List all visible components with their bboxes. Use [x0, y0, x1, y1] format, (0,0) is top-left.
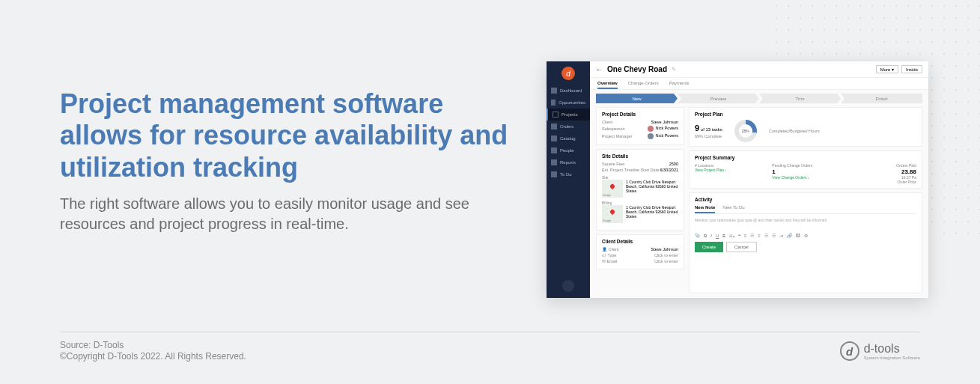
hero-subhead: The right software allows you to easily … — [60, 194, 509, 234]
tab-new-note[interactable]: New Note — [695, 205, 715, 213]
billing-address: 1 Country Club Drive Newport Beach, Cali… — [626, 205, 678, 223]
label: Salesperson — [602, 127, 625, 131]
dashboard-icon — [551, 88, 557, 94]
billing-map[interactable]: Google — [602, 205, 623, 223]
tab-new-todo[interactable]: New To Do — [722, 205, 744, 213]
google-attribution: Google — [603, 194, 611, 197]
start-date: 6/30/2021 — [660, 168, 678, 172]
note-input[interactable]: Mention your teammates (just type @ and … — [695, 218, 916, 222]
card-title: Site Details — [602, 153, 678, 159]
label: Square Feet — [602, 162, 624, 166]
catalog-icon — [551, 135, 557, 141]
align-center-icon[interactable]: ☰ — [750, 233, 754, 238]
sidebar-item-todo[interactable]: To Do — [547, 168, 590, 180]
h1-icon[interactable]: H₁ — [729, 233, 734, 238]
project-summary-card: Project Summary # Locations View Project… — [689, 150, 922, 189]
stage-new[interactable]: New — [596, 94, 678, 103]
site-address: 1 Country Club Drive Newport Beach, Cali… — [626, 180, 678, 198]
card-title: Client Details — [602, 239, 678, 244]
tab-change-orders[interactable]: Change Orders — [628, 81, 659, 89]
site-details-card: Site Details Square Feet2500 Est. Projec… — [596, 149, 684, 231]
stage-trim[interactable]: Trim — [759, 94, 841, 103]
label: ✉ Email — [602, 259, 617, 263]
image-icon[interactable]: 🖼 — [796, 234, 800, 238]
align-left-icon[interactable]: ≡ — [744, 234, 747, 238]
hero-headline: Project management software allows for r… — [60, 88, 509, 183]
opportunities-icon — [551, 100, 556, 106]
sidebar-item-catalog[interactable]: Catalog — [547, 132, 590, 144]
view-plan-link[interactable]: View Project Plan — [695, 168, 761, 172]
avatar-icon — [648, 126, 654, 132]
edit-icon[interactable]: ✎ — [672, 67, 676, 73]
list-ul-icon[interactable]: ☰ — [772, 233, 776, 238]
align-right-icon[interactable]: ≡ — [758, 234, 761, 238]
card-title: Project Summary — [695, 155, 916, 160]
salesperson: Nick Powers — [648, 126, 678, 132]
editor-toolbar: 📎 B I U S̶ H₁ ❝ ≡ ☰ ≡ ☰ ☰ ⇥ 🔗 — [695, 233, 916, 238]
sidebar-item-opportunities[interactable]: Opportunities — [547, 97, 590, 109]
main-panel: ← One Chevy Road ✎ More ▾ Inside Overvie… — [590, 61, 928, 298]
stage-finish[interactable]: Finish — [841, 94, 922, 103]
underline-icon[interactable]: U — [716, 234, 719, 238]
cancel-button[interactable]: Cancel — [726, 242, 757, 252]
copyright-text: ©Copyright D-Tools 2022. All Rights Rese… — [60, 351, 246, 363]
link-icon[interactable]: 🔗 — [787, 233, 792, 238]
tab-payments[interactable]: Payments — [669, 81, 690, 89]
project-plan-card: Project Plan 9 of 13 tasks 69% Complete … — [689, 107, 922, 147]
paid-note: Order Price — [850, 180, 916, 184]
type-input[interactable]: Click to enter — [654, 253, 678, 257]
email-input[interactable]: Click to enter — [654, 259, 678, 263]
client-details-card: Client Details 👤 ClientSteve Johnson 🏷 T… — [596, 234, 684, 269]
back-button[interactable]: ← — [596, 66, 603, 73]
footer: Source: D-Tools ©Copyright D-Tools 2022.… — [60, 332, 920, 363]
client-name: Steve Johnson — [651, 120, 678, 124]
project-manager: Nick Powers — [648, 133, 678, 139]
stage-bar: New Preview Trim Finish — [596, 94, 922, 103]
attach-icon[interactable]: 📎 — [695, 233, 700, 238]
projects-icon — [553, 112, 559, 118]
card-title: Project Details — [602, 112, 678, 117]
brand-icon: d — [840, 341, 859, 361]
code-icon[interactable]: ⚙ — [804, 233, 808, 238]
sidebar-item-reports[interactable]: Reports — [547, 156, 590, 168]
brand-logo-block: d d-tools System Integration Software — [840, 341, 920, 361]
quote-icon[interactable]: ❝ — [738, 233, 740, 238]
strike-icon[interactable]: S̶ — [722, 233, 725, 238]
map-pin-icon — [609, 209, 615, 215]
view-orders-link[interactable]: View Change Orders — [772, 175, 839, 180]
sidebar-item-projects[interactable]: Projects — [547, 109, 590, 121]
list-ol-icon[interactable]: ☰ — [764, 233, 768, 238]
indent-icon[interactable]: ⇥ — [779, 233, 783, 238]
italic-icon[interactable]: I — [710, 234, 712, 238]
stage-preview[interactable]: Preview — [678, 94, 759, 103]
label: Orders Paid — [850, 163, 916, 168]
app-logo[interactable]: d — [561, 67, 575, 80]
hours-donut-chart: 28% — [734, 120, 757, 142]
bold-icon[interactable]: B — [704, 234, 707, 238]
map-pin-icon — [609, 183, 615, 189]
donut-label: Completed/Budgeted Hours — [769, 129, 820, 133]
label: Pending Change Orders — [772, 163, 839, 168]
source-text: Source: D-Tools — [60, 340, 246, 352]
pending-orders-value: 1 — [772, 168, 839, 175]
create-button[interactable]: Create — [695, 242, 723, 252]
activity-card: Activity New Note New To Do Mention your… — [689, 192, 922, 293]
people-icon — [551, 147, 557, 153]
todo-icon — [551, 171, 557, 177]
user-avatar[interactable] — [562, 280, 574, 292]
project-details-card: Project Details ClientSteve Johnson Sale… — [596, 107, 684, 145]
card-title: Project Plan — [695, 112, 916, 117]
tab-overview[interactable]: Overview — [597, 81, 618, 89]
more-button[interactable]: More ▾ — [876, 65, 898, 73]
sidebar-item-orders[interactable]: Orders — [547, 121, 590, 132]
sqft-value: 2500 — [669, 162, 678, 166]
site-map[interactable]: Google — [602, 180, 623, 198]
app-screenshot: d Dashboard Opportunities Projects Order… — [547, 61, 928, 298]
label: Client — [602, 120, 612, 124]
inside-button[interactable]: Inside — [901, 65, 922, 73]
sidebar: d Dashboard Opportunities Projects Order… — [547, 61, 590, 298]
google-attribution: Google — [603, 219, 611, 222]
sidebar-item-people[interactable]: People — [547, 144, 590, 156]
sidebar-item-dashboard[interactable]: Dashboard — [547, 85, 590, 97]
project-title: One Chevy Road — [607, 65, 667, 73]
